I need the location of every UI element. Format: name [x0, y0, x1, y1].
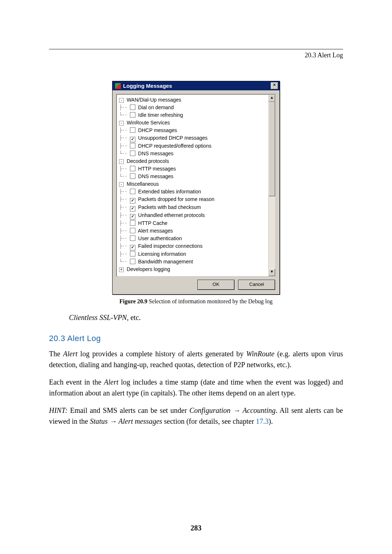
collapse-icon[interactable]: -: [119, 121, 124, 126]
checkbox[interactable]: [130, 198, 135, 204]
tree-item-label[interactable]: Idle timer refreshing: [137, 112, 183, 118]
scroll-down-button[interactable]: ▼: [269, 269, 275, 276]
checkbox[interactable]: [130, 173, 135, 179]
collapse-icon[interactable]: -: [119, 182, 124, 187]
tree-item: └·· Bandwidth management: [119, 258, 268, 266]
group-label[interactable]: Miscellaneous: [125, 181, 159, 187]
scroll-up-button[interactable]: ▲: [269, 95, 275, 102]
checkbox[interactable]: [130, 214, 135, 219]
tree-item: ├·· User authentication: [119, 235, 268, 242]
figure-number: Figure 20.9: [119, 298, 147, 304]
group-label[interactable]: WAN/Dial-Up messages: [125, 97, 181, 103]
tree-group: - WAN/Dial-Up messages: [119, 96, 268, 104]
tree-item: ├·· Unhandled ethernet protocols: [119, 212, 268, 219]
checkbox[interactable]: [130, 259, 135, 264]
clientless-suffix: , etc.: [127, 313, 140, 321]
checkbox[interactable]: [130, 206, 135, 212]
tree-item: ├·· Alert messages: [119, 227, 268, 235]
page-number: 283: [0, 524, 392, 532]
group-label[interactable]: Decoded protocols: [125, 158, 169, 164]
tree-item: ├·· Unsupported DHCP messages: [119, 134, 268, 142]
tree-item-label[interactable]: DNS messages: [137, 151, 173, 156]
chapter-link[interactable]: 17.3: [256, 417, 269, 425]
para-3: HINT: Email and SMS alerts can be set un…: [49, 405, 343, 427]
collapse-icon[interactable]: -: [119, 159, 124, 164]
para-1: The Alert log provides a complete histor…: [49, 348, 343, 370]
checkbox[interactable]: [130, 189, 135, 194]
tree-item: ├·· Packets dropped for some reason: [119, 196, 268, 204]
clientless-line: Clientless SSL-VPN, etc.: [69, 312, 343, 323]
checkbox[interactable]: [130, 220, 135, 226]
scroll-thumb[interactable]: [269, 102, 275, 196]
para-2: Each event in the Alert log includes a t…: [49, 377, 343, 398]
checkbox[interactable]: [130, 112, 135, 118]
tree-item-label[interactable]: User authentication: [137, 235, 182, 241]
checkbox[interactable]: [130, 127, 135, 133]
tree-item: ├·· Failed inspector connections: [119, 242, 268, 250]
clientless-term: Clientless SSL-VPN: [69, 313, 127, 321]
app-icon: [115, 83, 121, 89]
tree-item-label[interactable]: Dial on demand: [137, 104, 174, 110]
figure-caption: Figure 20.9 Selection of information mon…: [49, 298, 343, 305]
tree-group: - Miscellaneous: [119, 180, 268, 188]
tree-item-label[interactable]: HTTP Cache: [137, 220, 168, 226]
tree-item-label[interactable]: Bandwidth management: [137, 259, 193, 264]
tree-item-label[interactable]: Alert messages: [137, 228, 173, 234]
scroll-track[interactable]: [269, 102, 275, 269]
tree-item: ├·· HTTP messages: [119, 165, 268, 173]
message-tree[interactable]: - WAN/Dial-Up messages ├·· Dial on deman…: [117, 95, 268, 276]
checkbox[interactable]: [130, 166, 135, 171]
dialog-title: Logging Messages: [123, 83, 271, 89]
checkbox[interactable]: [130, 235, 135, 241]
tree-item-label[interactable]: Failed inspector connections: [137, 243, 203, 249]
group-label[interactable]: Developers logging: [125, 266, 170, 272]
checkbox[interactable]: [130, 228, 135, 233]
tree-item: ├·· Dial on demand: [119, 104, 268, 111]
tree-item-label[interactable]: DHCP messages: [137, 127, 177, 133]
running-head: 20.3 Alert Log: [49, 52, 343, 59]
tree-item-label[interactable]: DHCP requested/offered options: [137, 143, 212, 149]
collapse-icon[interactable]: -: [119, 98, 124, 103]
checkbox[interactable]: [130, 251, 135, 257]
checkbox[interactable]: [130, 104, 135, 110]
tree-item: ├·· HTTP Cache: [119, 219, 268, 227]
expand-icon[interactable]: +: [119, 267, 124, 272]
tree-item: └·· DNS messages: [119, 173, 268, 180]
tree-item-label[interactable]: Unsupported DHCP messages: [137, 135, 208, 141]
tree-item: ├·· DHCP messages: [119, 127, 268, 134]
section-heading: 20.3 Alert Log: [49, 334, 343, 343]
tree-item: ├·· Licensing information: [119, 250, 268, 258]
tree-group: - WinRoute Services: [119, 119, 268, 127]
tree-group: + Developers logging: [119, 266, 268, 273]
tree-item-label[interactable]: Unhandled ethernet protocols: [137, 212, 205, 218]
cancel-button[interactable]: Cancel: [238, 280, 275, 290]
checkbox[interactable]: [130, 245, 135, 250]
checkbox[interactable]: [130, 143, 135, 148]
checkbox[interactable]: [130, 151, 135, 156]
scrollbar[interactable]: ▲ ▼: [268, 95, 275, 276]
tree-item-label[interactable]: Extended tables information: [137, 189, 201, 194]
tree-item: ├·· Packets with bad checksum: [119, 204, 268, 212]
tree-item: └·· Idle timer refreshing: [119, 111, 268, 119]
tree-item-label[interactable]: Licensing information: [137, 251, 186, 257]
dialog-titlebar: Logging Messages ×: [113, 81, 279, 90]
tree-item-label[interactable]: Packets with bad checksum: [137, 204, 201, 210]
ok-button[interactable]: OK: [197, 280, 234, 290]
tree-group: - Decoded protocols: [119, 157, 268, 165]
close-button[interactable]: ×: [271, 82, 278, 89]
tree-item-label[interactable]: Packets dropped for some reason: [137, 196, 215, 202]
checkbox[interactable]: [130, 137, 135, 142]
group-label[interactable]: WinRoute Services: [125, 120, 170, 126]
figure-text: Selection of information monitored by th…: [147, 298, 273, 304]
tree-item: ├·· Extended tables information: [119, 188, 268, 196]
tree-item-label[interactable]: HTTP messages: [137, 166, 176, 172]
tree-item: └·· DNS messages: [119, 150, 268, 157]
tree-item: ├·· DHCP requested/offered options: [119, 142, 268, 150]
tree-item-label[interactable]: DNS messages: [137, 173, 173, 179]
logging-messages-dialog: Logging Messages × - WAN/Dial-Up message…: [112, 81, 280, 295]
